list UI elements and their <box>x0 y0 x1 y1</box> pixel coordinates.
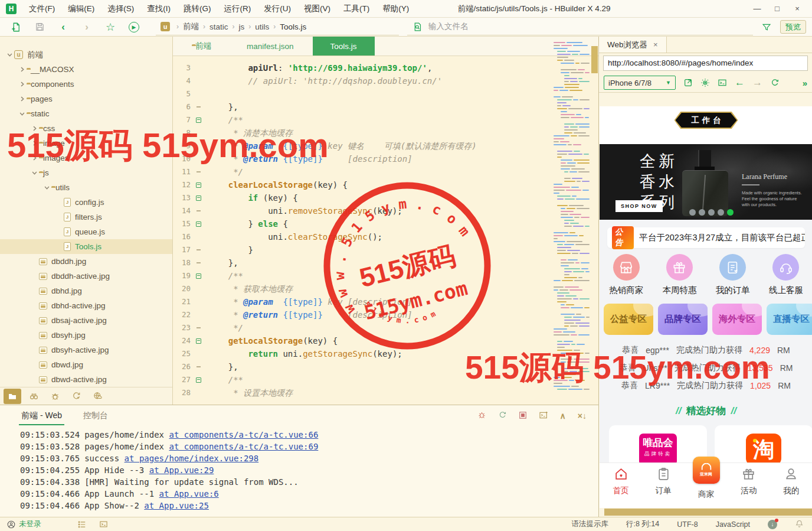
back-icon[interactable]: ‹ <box>55 21 71 34</box>
chevron-down-icon[interactable] <box>17 109 27 119</box>
run-icon[interactable]: ▶ <box>126 21 142 34</box>
code-line[interactable]: 11 */ <box>173 165 551 178</box>
code-line[interactable]: 14 uni.removeStorageSync(key); <box>173 204 551 217</box>
editor-tab---[interactable]: 前端 <box>182 37 221 56</box>
login-status[interactable]: 未登录 <box>19 519 41 529</box>
chevron-right-icon[interactable] <box>30 139 39 148</box>
explorer-tab-icon[interactable] <box>4 389 21 404</box>
tree-item-dbhd-jpg[interactable]: dbhd.jpg <box>0 284 172 298</box>
fold-marker-icon[interactable] <box>193 217 204 230</box>
tree-item-static[interactable]: static <box>0 106 172 121</box>
menu-item[interactable]: 运行(R) <box>218 0 258 18</box>
code-line[interactable]: 21 * @param {[type]} key [description] <box>173 295 551 308</box>
menu-item[interactable]: 查找(I) <box>140 0 177 18</box>
tree-item-dbhd-active-jpg[interactable]: dbhd-active.jpg <box>0 298 172 313</box>
code-line[interactable]: 26 }, <box>173 360 551 373</box>
menu-item[interactable]: 工具(T) <box>337 0 376 18</box>
debug-console-icon[interactable] <box>477 411 486 421</box>
log-source-link[interactable]: at components/a-tc/a-tc.vue:66 <box>169 430 318 439</box>
tree-item-dbsaj-active-jpg[interactable]: dbsaj-active.jpg <box>0 313 172 328</box>
carousel-dot[interactable] <box>727 209 734 216</box>
tree-item-filters-js[interactable]: Jfilters.js <box>0 210 172 224</box>
tree-item-dbddh-active-jpg[interactable]: dbddh-active.jpg <box>0 269 172 284</box>
tree-item-js[interactable]: js <box>0 165 172 180</box>
tree-item-pages[interactable]: pages <box>0 92 172 106</box>
breadcrumb-item[interactable]: static <box>209 22 228 31</box>
chevron-right-icon[interactable] <box>30 154 39 163</box>
tree-item---macosx[interactable]: __MACOSX <box>0 62 172 77</box>
fold-marker-icon[interactable] <box>193 334 204 347</box>
tree-item-images[interactable]: images <box>0 151 172 165</box>
quick-link-store[interactable]: 热销商家 <box>600 254 653 296</box>
code-line[interactable]: 28 * 设置本地缓存 <box>173 386 551 399</box>
tree-item-dbsyh-jpg[interactable]: dbsyh.jpg <box>0 328 172 343</box>
tree-item-dbddh-jpg[interactable]: dbddh.jpg <box>0 254 172 269</box>
notice-bar[interactable]: 公告 平台于2023年3月27成立，目前该平台已超正... <box>607 227 805 248</box>
code-line[interactable]: 23 */ <box>173 321 551 334</box>
stop-icon[interactable] <box>519 411 527 421</box>
address-bar[interactable]: http://localhost:8080/#/pages/home/index <box>599 53 812 73</box>
carousel-dot[interactable] <box>718 209 724 216</box>
preview-button[interactable]: 预览 <box>780 20 806 34</box>
log-source-link[interactable]: at pages/home/index.vue:298 <box>125 454 259 463</box>
breadcrumb[interactable]: u › 前端›static›js›utils›Tools.js <box>156 19 399 35</box>
tree-item-dbwd-active-jpg[interactable]: dbwd-active.jpg <box>0 372 172 387</box>
shop-now-button[interactable]: SHOP NOW <box>615 200 663 212</box>
cursor-position[interactable]: 行:8 列:14 <box>626 519 659 529</box>
tree-item-components[interactable]: components <box>0 77 172 92</box>
code-line[interactable]: 16 uni.clearStorageSync(); <box>173 230 551 243</box>
tree-item-config-js[interactable]: Jconfig.js <box>0 195 172 210</box>
device-selector[interactable]: iPhone 6/7/8▼ <box>604 76 676 90</box>
tree-item---[interactable]: u前端 <box>0 47 172 62</box>
chevron-down-icon[interactable] <box>5 50 14 60</box>
code-line[interactable]: 3 apiUrl: 'http://699.haiwaiym39.top/', <box>173 61 551 74</box>
tree-item-dbsyh-active-jpg[interactable]: dbsyh-active.jpg <box>0 343 172 357</box>
menu-item[interactable]: 跳转(G) <box>177 0 218 18</box>
menu-item[interactable]: 视图(V) <box>297 0 337 18</box>
tree-item-tools-js[interactable]: JTools.js <box>0 239 172 254</box>
log-source-link[interactable]: at App.vue:25 <box>144 501 209 510</box>
breadcrumb-item[interactable]: utils <box>255 22 269 31</box>
carousel-dot[interactable] <box>699 209 705 216</box>
account-icon[interactable] <box>7 520 15 529</box>
language-mode[interactable]: JavaScript <box>716 520 750 529</box>
maximize-button[interactable]: □ <box>767 0 787 18</box>
log-source-link[interactable]: at App.vue:29 <box>149 465 214 475</box>
code-line[interactable]: 10 * @return {[type]} [description] <box>173 152 551 165</box>
outline-list-icon[interactable] <box>78 520 86 529</box>
zone-card[interactable]: 海外专区 <box>712 304 762 335</box>
editor-tab-manifest-json[interactable]: manifest.json <box>237 37 303 56</box>
console-window-icon[interactable] <box>718 78 727 87</box>
tree-item-queue-js[interactable]: Jqueue.js <box>0 224 172 239</box>
menu-item[interactable]: 文件(F) <box>22 0 61 18</box>
web-browser-tab[interactable]: Web浏览器× <box>599 37 667 53</box>
code-line[interactable]: 22 * @return {[type]} [description] <box>173 308 551 321</box>
code-line[interactable]: 5 <box>173 87 551 100</box>
code-line[interactable]: 6 }, <box>173 100 551 113</box>
chevron-right-icon[interactable] <box>30 124 39 133</box>
workbench-badge[interactable]: 工作台 <box>675 112 738 129</box>
chevron-down-icon[interactable] <box>30 168 39 178</box>
code-line[interactable]: 8 * 清楚本地缓存 <box>173 126 551 139</box>
nav-back-icon[interactable]: ← <box>735 77 745 89</box>
code-line[interactable]: 27 /** <box>173 373 551 386</box>
tree-item-dbwd-jpg[interactable]: dbwd.jpg <box>0 357 172 372</box>
zone-card[interactable]: 公益专区 <box>604 304 653 335</box>
console-tab-web[interactable]: 前端 - Web <box>21 405 62 426</box>
bookmark-star-icon[interactable]: ☆ <box>103 21 118 34</box>
editor-scrollbar[interactable] <box>591 37 598 405</box>
log-source-link[interactable]: at components/a-tc/a-tc.vue:69 <box>169 442 318 451</box>
code-line[interactable]: 19 /** <box>173 269 551 282</box>
syntax-hint-lib[interactable]: 语法提示库 <box>571 519 608 529</box>
chevron-down-icon[interactable] <box>42 183 51 193</box>
log-source-link[interactable]: at App.vue:6 <box>159 489 219 499</box>
chevron-right-icon[interactable] <box>17 80 27 89</box>
file-search-box[interactable]: 输入文件名 <box>407 19 753 35</box>
refresh-tab-icon[interactable] <box>67 389 85 404</box>
tree-item-utils[interactable]: utils <box>0 180 172 195</box>
console-tab-console[interactable]: 控制台 <box>83 405 108 426</box>
forward-icon[interactable]: › <box>79 21 94 34</box>
code-line[interactable]: 12 clearLocalStorage(key) { <box>173 178 551 191</box>
browser-hscrollbar[interactable] <box>600 508 812 517</box>
tree-item-css[interactable]: css <box>0 121 172 136</box>
